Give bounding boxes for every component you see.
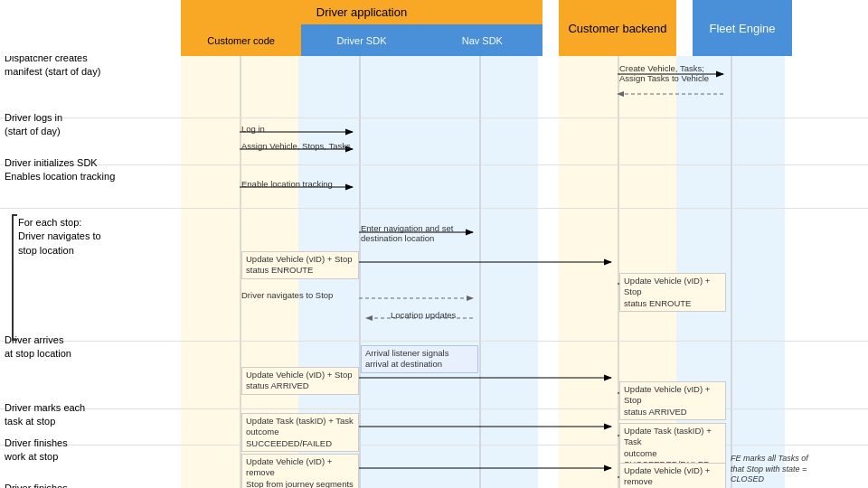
- box-update-enroute-be: Update Vehicle (vID) + Stopstatus ENROUT…: [619, 273, 726, 312]
- header-spacer: [0, 0, 181, 56]
- label-driver-arrives: Driver arrivesat stop location: [5, 333, 172, 361]
- mid-spacer2: [676, 0, 693, 56]
- box-remove-stop-sdk: Update Vehicle (vID) + removeStop from j…: [241, 454, 359, 488]
- header-row: Driver application Customer code Driver …: [0, 0, 868, 56]
- box-update-task-sdk: Update Task (taskID) + Taskoutcome SUCCE…: [241, 413, 359, 452]
- driver-sdk-header: Driver SDK: [301, 24, 421, 56]
- vline-nav-sdk: [479, 56, 481, 488]
- msg-create-vehicle: Create Vehicle, Tasks;Assign Tasks to Ve…: [619, 63, 728, 83]
- sep3: [0, 208, 868, 209]
- fe-marks-note: FE marks all Tasks of that Stop with sta…: [731, 454, 812, 485]
- msg-driver-navigates: Driver navigates to Stop: [241, 290, 333, 300]
- msg-location-updates: Location updates: [391, 310, 456, 320]
- label-driver-marks: Driver marks eachtask at stop: [5, 401, 172, 429]
- box-update-arrived-be: Update Vehicle (vID) + Stopstatus ARRIVE…: [619, 381, 726, 420]
- fleet-engine-label: Fleet Engine: [710, 22, 776, 35]
- box-update-enroute-sdk: Update Vehicle (vID) + Stopstatus ENROUT…: [241, 251, 359, 279]
- msg-assign: Assign Vehicle, Stops, Tasks: [241, 141, 351, 151]
- label-driver-init: Driver initializes SDKEnables location t…: [5, 156, 172, 184]
- customer-backend-label: Customer backend: [568, 22, 666, 35]
- label-dispatcher: Dispatcher createsmanifest (start of day…: [5, 56, 172, 79]
- nav-sdk-header: Nav SDK: [422, 24, 542, 56]
- right-spacer: [792, 0, 801, 56]
- msg-enable-tracking: Enable location tracking: [241, 179, 333, 189]
- driver-app-group: Driver application Customer code Driver …: [181, 0, 542, 56]
- label-for-each: For each stop:Driver navigates tostop lo…: [18, 216, 172, 258]
- label-driver-logs-in: Driver logs in(start of day): [5, 111, 172, 139]
- content-area: Dispatcher createsmanifest (start of day…: [0, 56, 868, 488]
- box-update-arrived-sdk: Update Vehicle (vID) + Stopstatus ARRIVE…: [241, 367, 359, 395]
- customer-code-header: Customer code: [181, 24, 301, 56]
- for-each-bracket: [12, 214, 17, 341]
- label-driver-finishes-stop: Driver finisheswork at stop: [5, 436, 172, 465]
- msg-enter-nav: Enter navigation and setdestination loca…: [361, 223, 478, 243]
- vline-fleet-engine: [731, 56, 732, 488]
- customer-backend-header: Customer backend: [559, 0, 676, 56]
- box-remove-stop-be: Update Vehicle (vID) + removeStop from j…: [619, 463, 726, 488]
- mid-spacer1: [542, 0, 559, 56]
- fleet-engine-header: Fleet Engine: [693, 0, 792, 56]
- driver-app-header: Driver application: [181, 0, 542, 24]
- diagram-container: Driver application Customer code Driver …: [0, 0, 868, 488]
- label-driver-finishes-day: Driver finishesall work for the day: [5, 482, 172, 488]
- driver-app-sub-headers: Customer code Driver SDK Nav SDK: [181, 24, 542, 56]
- vline-driver-sdk: [359, 56, 361, 488]
- msg-login: Log in: [241, 124, 265, 134]
- box-arrival-listener: Arrival listener signalsarrival at desti…: [361, 345, 478, 373]
